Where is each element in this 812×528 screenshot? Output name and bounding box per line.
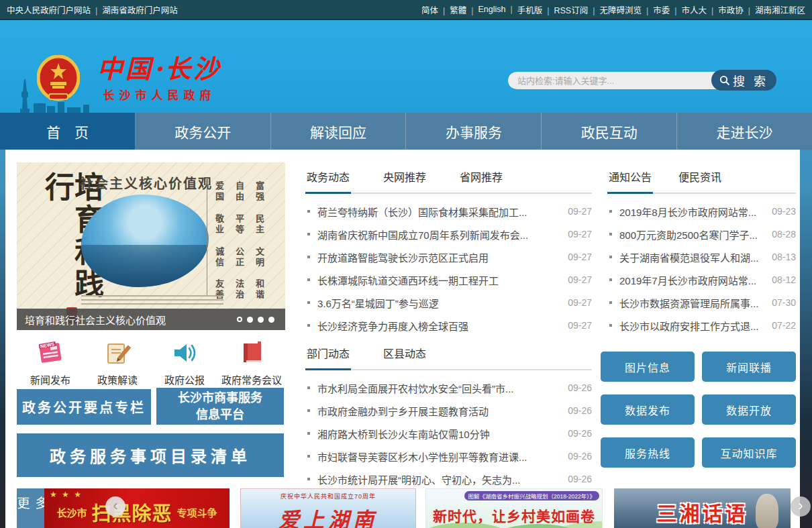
list-item[interactable]: 3.6万名“星城园丁”参与巡逻09-27	[305, 291, 592, 314]
bullet-icon	[307, 256, 310, 258]
list-item[interactable]: 2019年7月长沙市政府网站常...08-12	[607, 268, 796, 291]
bullet-icon	[307, 233, 310, 235]
link-renda[interactable]: 市人大	[681, 3, 718, 16]
dept-news-list: 市水利局全面展开农村饮水安全“回头看”市...09-26 市政府金融办到宁乡开展…	[305, 376, 592, 490]
list-item[interactable]: 开放道路智能驾驶长沙示范区正式启用09-27	[305, 246, 592, 268]
carousel-caption: 培育和践行社会主义核心价值观	[25, 313, 237, 327]
nav-item-home[interactable]: 首 页	[0, 113, 136, 150]
banner-next-arrow[interactable]: ›	[791, 496, 811, 517]
tab-dept-news[interactable]: 部门动态	[305, 342, 351, 369]
quick-icon-policy-interpretation[interactable]: 政策解读	[84, 339, 151, 386]
red-book-icon	[238, 339, 266, 367]
quick-link-grid: 图片信息 新闻联播 数据发布 数据开放 服务热线 互动知识库	[601, 352, 796, 468]
list-item[interactable]: 市水利局全面展开农村饮水安全“回头看”市...09-26	[305, 376, 592, 399]
tab-notices[interactable]: 通知公告	[607, 166, 653, 193]
bullet-icon	[307, 409, 310, 412]
tab-central-recommend[interactable]: 央网推荐	[382, 166, 427, 193]
link-shiwei[interactable]: 市委	[653, 3, 681, 16]
nav-item-interaction[interactable]: 政民互动	[542, 113, 677, 150]
carousel-dots	[237, 317, 274, 323]
notices-tabs: 通知公告 便民资讯	[607, 166, 796, 194]
site-logo[interactable]: 中国·长沙 长沙市人民政府	[37, 55, 221, 103]
hero-carousel[interactable]: 培育和践行 社会主义核心价值观 富强 民主 文明 和谐 自由 平等 公正 法治 …	[17, 162, 285, 330]
values-col-3: 爱国 敬业 诚信 友善	[213, 181, 225, 307]
link-zhengxie[interactable]: 市政协	[718, 3, 755, 16]
bullet-icon	[307, 210, 310, 213]
banner-sanxiang-voice[interactable]: 三湘话语	[614, 488, 791, 528]
bullet-icon	[609, 278, 612, 281]
link-simplified[interactable]: 简体	[421, 3, 450, 16]
service-catalog-button[interactable]: 政务服务事项目录清单	[17, 433, 284, 477]
bullet-icon	[307, 386, 310, 389]
list-item[interactable]: 湖南省庆祝新中国成立70周年系列新闻发布会...09-27	[305, 223, 592, 246]
banner-prev-arrow[interactable]: ‹	[105, 496, 125, 517]
bullet-icon	[307, 324, 310, 327]
dept-news-panel: 部门动态 区县动态 市水利局全面展开农村饮水安全“回头看”市...09-26 市…	[305, 342, 592, 490]
nav-item-public-affairs[interactable]: 政务公开	[136, 113, 271, 150]
main-content: 培育和践行 社会主义核心价值观 富强 民主 文明 和谐 自由 平等 公正 法治 …	[5, 150, 800, 528]
tab-district-news[interactable]: 区县动态	[382, 342, 427, 369]
list-item[interactable]: 长沙市统计局开展“明初心、守初心，矢志为...09-26	[305, 468, 592, 490]
top-left-links: 中央人民政府门户网站 湖南省政府门户网站	[7, 3, 178, 16]
values-col-2: 自由 平等 公正 法治	[233, 181, 246, 307]
quicklink-service-hotline[interactable]: 服务热线	[601, 437, 695, 468]
flag-stars-decoration: ★ ★ ★	[50, 490, 83, 499]
quick-icon-news-release[interactable]: NEWS 新闻发布	[17, 339, 84, 386]
link-rss[interactable]: RSS订阅	[554, 3, 599, 16]
tab-convenience-info[interactable]: 便民资讯	[677, 166, 723, 193]
tab-province-recommend[interactable]: 省网推荐	[458, 166, 504, 193]
banner-love-hunan[interactable]: 庆祝中华人民共和国成立70周年 爱上湖南	[240, 488, 416, 528]
nav-item-services[interactable]: 办事服务	[406, 113, 542, 150]
search-button[interactable]: 搜 索	[711, 70, 776, 91]
link-hunan-gov[interactable]: 湖南省政府门户网站	[102, 3, 178, 16]
carousel-dot-3[interactable]	[258, 317, 264, 323]
bullet-icon	[609, 256, 612, 258]
link-central-gov[interactable]: 中央人民政府门户网站	[7, 3, 102, 16]
link-mobile[interactable]: 手机版	[517, 3, 554, 16]
search-input[interactable]	[508, 72, 729, 89]
link-accessibility[interactable]: 无障碍浏览	[599, 3, 653, 16]
carousel-dot-1[interactable]	[237, 317, 242, 322]
poster-title: 社会主义核心价值观	[76, 173, 217, 193]
link-english[interactable]: English	[478, 5, 517, 14]
quicklink-photo-info[interactable]: 图片信息	[601, 352, 695, 382]
list-item[interactable]: 长株潭城际轨道交通西环线一期工程开工09-27	[305, 268, 592, 291]
carousel-dot-4[interactable]	[268, 317, 274, 323]
list-item[interactable]: 2019年8月长沙市政府网站常...09-23	[607, 200, 796, 223]
list-item[interactable]: 湘府路大桥到长沙火车南站仅需10分钟09-26	[305, 422, 592, 445]
list-item[interactable]: 长沙市数据资源管理局所属事...07-30	[607, 291, 796, 314]
bullet-icon	[307, 432, 310, 435]
quicklink-data-release[interactable]: 数据发布	[601, 394, 695, 425]
quicklink-knowledge-base[interactable]: 互动知识库	[702, 437, 796, 468]
bullet-icon	[609, 301, 612, 304]
more-banners-button[interactable]: 更多	[17, 488, 46, 528]
open-gov-key-points-button[interactable]: 政务公开要点专栏	[17, 389, 151, 425]
banner-anti-crime-campaign[interactable]: ★ ★ ★ 长沙市 扫黑除恶 专项斗争	[44, 488, 230, 528]
nav-item-interpretation[interactable]: 解读回应	[271, 113, 407, 150]
carousel-dot-2[interactable]	[247, 317, 253, 323]
nav-item-about-changsha[interactable]: 走进长沙	[677, 113, 812, 150]
speaker-icon	[170, 339, 199, 367]
list-item[interactable]: 市政府金融办到宁乡开展主题教育活动09-26	[305, 399, 592, 422]
banner-rural-revitalization[interactable]: 图解《湖南省乡村振兴战略规划（2018-2022年）》 新时代，让乡村美如画卷	[425, 488, 603, 528]
link-xiangjiang[interactable]: 湖南湘江新区	[755, 3, 805, 16]
national-emblem-icon	[37, 55, 80, 103]
quick-icon-executive-meeting[interactable]: 政府常务会议	[218, 339, 285, 386]
top-utility-bar: 中央人民政府门户网站 湖南省政府门户网站 简体 繁體 English 手机版 R…	[0, 0, 812, 20]
list-item[interactable]: 关于湖南省模范退役军人和湖...08-13	[607, 246, 796, 268]
site-header: 中国·长沙 长沙市人民政府 搜 索	[0, 20, 812, 113]
tab-gov-news[interactable]: 政务动态	[305, 166, 351, 193]
list-item[interactable]: 800万元资助2500名寒门学子...08-28	[607, 223, 796, 246]
bullet-icon	[307, 455, 310, 458]
quick-icon-gov-bulletin[interactable]: 政府公报	[151, 339, 218, 386]
list-item[interactable]: 市妇联督导芙蓉区杉木小学性别平等教育进课...09-26	[305, 445, 592, 468]
list-item[interactable]: 荷兰夸特纳斯（长沙）国际食材集采集配加工...09-27	[305, 200, 592, 223]
list-item[interactable]: 长沙市以政府安排工作方式退...07-22	[607, 314, 796, 337]
main-nav: 首 页 政务公开 解读回应 办事服务 政民互动 走进长沙	[0, 113, 812, 150]
logo-text: 中国·长沙 长沙市人民政府	[97, 55, 221, 103]
list-item[interactable]: 长沙经济竞争力再度入榜全球百强09-27	[305, 314, 592, 337]
link-traditional[interactable]: 繁體	[450, 3, 478, 16]
business-service-platform-button[interactable]: 长沙市商事服务 信息平台	[156, 388, 284, 425]
quicklink-news-broadcast[interactable]: 新闻联播	[702, 352, 796, 382]
quicklink-open-data[interactable]: 数据开放	[702, 394, 796, 425]
